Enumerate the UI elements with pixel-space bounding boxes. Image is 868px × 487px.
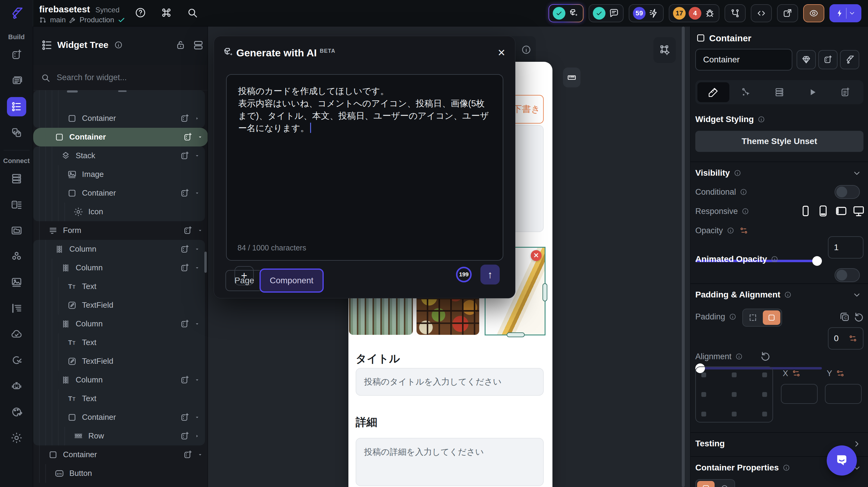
desktop-visibility-icon[interactable]: [852, 204, 865, 218]
tree-row-form-7[interactable]: Form: [33, 221, 208, 240]
sidebar-item-settings[interactable]: [7, 428, 26, 448]
chevron-right-icon[interactable]: [193, 115, 201, 122]
set-from-variable-icon[interactable]: [792, 369, 801, 378]
target-component-button[interactable]: Component: [259, 269, 324, 293]
tab-documentation[interactable]: [830, 82, 861, 102]
chevron-down-icon[interactable]: [852, 291, 861, 300]
sidebar-item-components[interactable]: [7, 123, 26, 142]
sidebar-item-storyboard[interactable]: [7, 299, 26, 318]
align-center-right[interactable]: [762, 392, 767, 397]
chevron-down-icon[interactable]: [852, 169, 861, 178]
detail-input[interactable]: 投稿の詳細を入力してください: [355, 438, 544, 486]
chevron-down-icon[interactable]: [193, 152, 201, 159]
add-widget-icon[interactable]: [183, 225, 193, 236]
align-bottom-center[interactable]: [732, 412, 737, 417]
align-bottom-left[interactable]: [701, 412, 706, 417]
tab-styling[interactable]: [698, 82, 730, 102]
app-logo[interactable]: [0, 0, 33, 27]
chevron-down-icon[interactable]: [196, 451, 204, 458]
tree-row-container-19[interactable]: Container: [33, 446, 208, 464]
actions-status-button[interactable]: 59: [629, 4, 664, 22]
add-widget-icon[interactable]: [180, 375, 190, 385]
tree-row-row-18[interactable]: Row: [33, 427, 205, 446]
chevron-right-icon[interactable]: [193, 432, 201, 440]
tab-animations[interactable]: [797, 82, 829, 102]
tree-row-text-10[interactable]: TTText: [33, 277, 205, 296]
search-button[interactable]: [186, 7, 198, 19]
set-from-variable-icon[interactable]: [848, 334, 858, 343]
add-widget-icon[interactable]: [180, 263, 190, 273]
sidebar-item-add-widget[interactable]: [7, 45, 26, 64]
tree-row-textfield-14[interactable]: TextField: [33, 352, 205, 371]
resize-handle-right[interactable]: [542, 283, 547, 301]
project-meta[interactable]: main Production: [39, 16, 126, 24]
add-widget-icon[interactable]: [180, 319, 190, 329]
tree-row-button-20[interactable]: BTNButton: [33, 464, 208, 483]
align-x-input[interactable]: [781, 384, 818, 404]
tab-actions[interactable]: [731, 82, 763, 102]
reset-alignment-icon[interactable]: [760, 350, 771, 362]
tree-row-column-12[interactable]: Column: [33, 315, 205, 333]
sidebar-item-ai-agents[interactable]: [7, 376, 26, 396]
canvas-settings-button[interactable]: [653, 37, 676, 63]
set-from-variable-icon[interactable]: [836, 369, 845, 378]
theme-widget-button[interactable]: [797, 50, 816, 69]
add-widget-icon[interactable]: [180, 244, 190, 254]
copy-padding-icon[interactable]: C: [839, 311, 850, 323]
tree-row-icon-6[interactable]: Icon: [33, 203, 205, 221]
tree-row-text-16[interactable]: TTText: [33, 389, 205, 408]
info-icon[interactable]: [114, 40, 123, 50]
widget-name-input[interactable]: Container: [695, 49, 792, 70]
sidebar-item-widget-tree[interactable]: [7, 97, 26, 116]
phone-visibility-icon[interactable]: [799, 204, 812, 218]
remove-image-badge[interactable]: ✕: [531, 250, 541, 261]
info-icon[interactable]: [734, 169, 741, 177]
tree-row-image-4[interactable]: Image: [33, 165, 205, 184]
add-widget-icon[interactable]: [180, 113, 190, 124]
align-top-center[interactable]: [732, 372, 737, 377]
tree-row-textfield-11[interactable]: TextField: [33, 296, 205, 315]
align-y-input[interactable]: [825, 384, 862, 404]
run-button[interactable]: [830, 4, 861, 22]
resize-handle-bottom[interactable]: [507, 332, 525, 337]
info-icon[interactable]: [757, 115, 765, 123]
tests-status-button[interactable]: [549, 4, 584, 22]
branch-button[interactable]: [724, 4, 746, 22]
info-icon[interactable]: [727, 226, 735, 235]
target-page-button[interactable]: Page: [225, 270, 263, 291]
project-name[interactable]: firebasetestSynced: [39, 4, 119, 14]
chevron-down-icon[interactable]: [193, 189, 201, 197]
tree-row-container-2[interactable]: Container: [33, 128, 208, 147]
chevron-right-icon[interactable]: [852, 439, 861, 449]
info-icon[interactable]: [521, 44, 532, 55]
padding-input[interactable]: 0: [828, 327, 864, 349]
padding-mode-segmented[interactable]: [742, 309, 782, 327]
chevron-down-icon[interactable]: [193, 376, 201, 384]
animated-opacity-toggle[interactable]: [835, 268, 860, 282]
align-top-right[interactable]: [762, 372, 767, 377]
chevron-down-icon[interactable]: [196, 227, 204, 234]
tree-row-column-9[interactable]: Column: [33, 258, 205, 277]
close-button[interactable]: ✕: [496, 48, 507, 58]
lock-icon[interactable]: [175, 39, 186, 51]
padding-all-option[interactable]: [763, 310, 780, 325]
sidebar-item-data-types[interactable]: [7, 195, 26, 214]
sidebar-item-media[interactable]: [7, 221, 26, 240]
help-button[interactable]: [134, 7, 147, 19]
convert-widget-button[interactable]: [818, 50, 838, 69]
reset-padding-icon[interactable]: [853, 311, 865, 323]
tree-row-partial[interactable]: [33, 90, 205, 109]
issues-status-button[interactable]: 174: [669, 4, 719, 22]
widget-search[interactable]: Search for widget...: [33, 65, 208, 90]
chevron-down-icon[interactable]: [196, 133, 204, 141]
tree-row-container-1[interactable]: Container: [33, 109, 205, 128]
shape-circle-option[interactable]: [716, 481, 733, 487]
info-icon[interactable]: [741, 207, 749, 215]
align-center[interactable]: [732, 392, 737, 397]
canvas-scrollbar[interactable]: [682, 27, 685, 487]
title-input[interactable]: 投稿のタイトルを入力してください: [355, 368, 544, 396]
sidebar-item-cloud-functions[interactable]: [7, 325, 26, 344]
command-palette-button[interactable]: [160, 7, 173, 19]
tree-row-text-13[interactable]: TTText: [33, 333, 205, 352]
opacity-input[interactable]: 1: [828, 236, 864, 258]
